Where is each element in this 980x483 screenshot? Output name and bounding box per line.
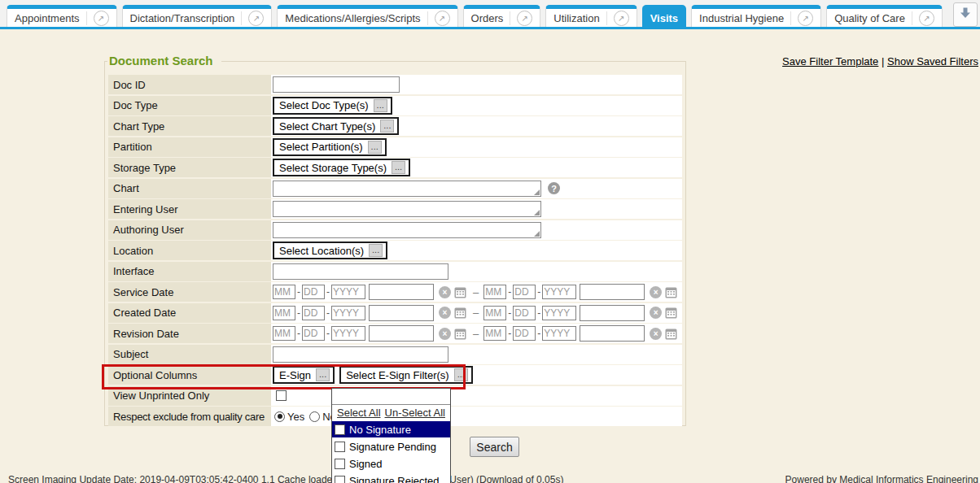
popout-icon[interactable]: ↗ (435, 11, 450, 26)
created-date-from-time-input[interactable] (369, 305, 434, 321)
chart-input[interactable] (273, 181, 540, 196)
option-checkbox[interactable] (335, 476, 345, 483)
clear-icon[interactable]: × (650, 307, 662, 319)
row-revision-date: Revision Date -- × – -- × (108, 324, 682, 343)
save-filter-template-link[interactable]: Save Filter Template (782, 55, 878, 67)
tab-visits-active[interactable]: Visits (642, 5, 686, 27)
popout-icon[interactable]: ↗ (614, 11, 629, 26)
tab-utilization[interactable]: Utilization ↗ (545, 5, 637, 27)
tab-dictation-transcription[interactable]: Dictation/Transcription ↗ (122, 5, 273, 27)
date-dash: - (508, 286, 511, 298)
popout-icon[interactable]: ↗ (919, 11, 934, 26)
select-storage-type-button[interactable]: Select Storage Type(s) ... (273, 159, 410, 176)
clear-icon[interactable]: × (439, 286, 451, 298)
clear-icon[interactable]: × (650, 328, 662, 340)
button-label: Select Storage Type(s) (279, 162, 387, 174)
created-date-to-year-input[interactable] (542, 306, 576, 320)
view-unprinted-only-checkbox[interactable] (276, 390, 287, 401)
dropdown-option-signature-pending[interactable]: Signature Pending (332, 438, 450, 455)
date-dash: - (508, 328, 511, 339)
dropdown-option-signed[interactable]: Signed (332, 455, 450, 472)
tab-industrial-hygiene[interactable]: Industrial Hygiene ↗ (691, 5, 821, 27)
clear-icon[interactable]: × (439, 328, 451, 340)
tab-scroll-down-button[interactable] (953, 2, 978, 27)
tab-medications-allergies-scripts[interactable]: Medications/Allergies/Scripts ↗ (277, 5, 457, 27)
calendar-icon[interactable] (665, 328, 677, 340)
date-range-dash: – (473, 328, 479, 340)
service-date-to-year-input[interactable] (542, 285, 576, 299)
unselect-all-link[interactable]: Un-Select All (385, 407, 445, 419)
select-chart-type-button[interactable]: Select Chart Type(s) ... (273, 117, 399, 135)
tab-label: Visits (650, 12, 678, 24)
revision-date-from-day-input[interactable] (302, 326, 325, 341)
calendar-icon[interactable] (665, 307, 677, 319)
esign-columns-button[interactable]: E-Sign ... (273, 366, 335, 384)
revision-date-from-time-input[interactable] (369, 325, 434, 342)
tab-divider (427, 11, 428, 25)
dropdown-option-signature-rejected[interactable]: Signature Rejected (332, 472, 450, 483)
service-date-to-month-input[interactable] (483, 285, 506, 299)
clear-icon[interactable]: × (439, 307, 451, 319)
entering-user-autocomplete-input[interactable] (273, 201, 541, 217)
select-all-link[interactable]: Select All (337, 407, 380, 419)
revision-date-to-time-input[interactable] (580, 325, 645, 342)
select-doc-type-button[interactable]: Select Doc Type(s) ... (273, 97, 392, 115)
created-date-from-day-input[interactable] (302, 306, 325, 320)
authoring-user-autocomplete-input[interactable] (273, 222, 541, 238)
search-button[interactable]: Search (470, 437, 519, 457)
tab-orders[interactable]: Orders ↗ (463, 5, 541, 27)
calendar-icon[interactable] (454, 328, 466, 340)
popout-icon[interactable]: ↗ (517, 11, 532, 26)
select-location-button[interactable]: Select Location(s) ... (273, 242, 387, 259)
created-date-from-month-input[interactable] (273, 306, 295, 320)
calendar-icon[interactable] (454, 307, 466, 319)
created-date-to-month-input[interactable] (483, 306, 506, 320)
interface-input[interactable] (273, 263, 448, 280)
entering-user-input[interactable] (273, 202, 540, 216)
revision-date-to-month-input[interactable] (483, 326, 506, 341)
revision-date-from-year-input[interactable] (331, 326, 365, 341)
clear-icon[interactable]: × (650, 286, 662, 298)
field-label: Location (108, 241, 271, 260)
revision-date-to-day-input[interactable] (513, 326, 536, 341)
created-date-from-year-input[interactable] (331, 306, 365, 320)
tab-label: Appointments (15, 12, 80, 24)
button-label: Select Partition(s) (279, 141, 363, 153)
service-date-to-day-input[interactable] (513, 285, 536, 299)
help-icon[interactable]: ? (548, 182, 560, 194)
option-checkbox[interactable] (335, 459, 345, 469)
respect-exclude-yes-radio[interactable] (274, 411, 285, 422)
popout-icon[interactable]: ↗ (798, 11, 813, 26)
dropdown-option-no-signature[interactable]: No Signature (332, 421, 450, 437)
service-date-from-day-input[interactable] (302, 285, 325, 299)
footer-update-date: Screen Imaging Update Date: 2019-04-09T0… (8, 474, 338, 483)
subject-input[interactable] (273, 346, 448, 363)
created-date-to-time-input[interactable] (580, 305, 645, 321)
service-date-to-time-input[interactable] (580, 284, 645, 300)
option-checkbox[interactable] (335, 442, 345, 452)
revision-date-from-month-input[interactable] (273, 326, 295, 341)
date-dash: - (326, 328, 330, 339)
tab-quality-of-care[interactable]: Quality of Care ↗ (826, 5, 943, 27)
date-dash: - (297, 307, 300, 319)
popout-icon[interactable]: ↗ (248, 11, 264, 26)
option-checkbox[interactable] (335, 424, 345, 435)
service-date-from-year-input[interactable] (331, 285, 365, 299)
doc-id-input[interactable] (273, 76, 400, 93)
popout-icon[interactable]: ↗ (94, 11, 109, 26)
revision-date-to-year-input[interactable] (542, 326, 576, 341)
select-partition-button[interactable]: Select Partition(s) ... (273, 138, 387, 156)
show-saved-filters-link[interactable]: Show Saved Filters (887, 55, 978, 67)
authoring-user-input[interactable] (273, 223, 540, 237)
calendar-icon[interactable] (454, 286, 466, 298)
tab-appointments[interactable]: Appointments ↗ (7, 5, 117, 27)
service-date-from-month-input[interactable] (273, 285, 295, 299)
chart-autocomplete-input[interactable] (273, 181, 541, 197)
dropdown-filter-area[interactable] (332, 389, 450, 405)
service-date-from-time-input[interactable] (369, 284, 434, 300)
calendar-icon[interactable] (665, 286, 677, 298)
date-dash: - (537, 307, 540, 319)
respect-exclude-no-radio[interactable] (309, 411, 320, 422)
select-esign-filters-button[interactable]: Select E-Sign Filter(s) ... (339, 366, 473, 384)
created-date-to-day-input[interactable] (513, 306, 536, 320)
